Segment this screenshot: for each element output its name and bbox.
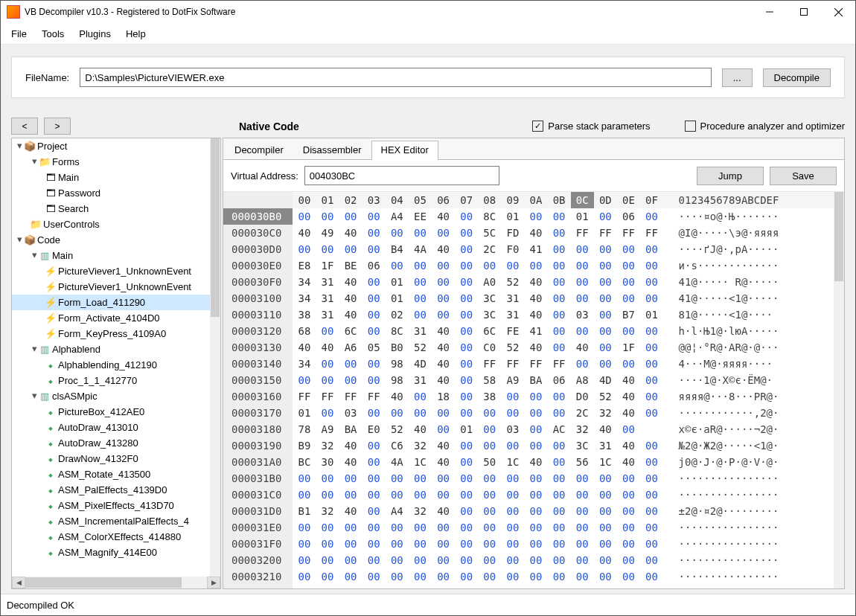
decompile-button[interactable]: Decompile: [763, 68, 831, 87]
filename-input[interactable]: [80, 68, 711, 87]
hex-row[interactable]: 000030E0E81FBE06000000000000000000000000…: [223, 257, 844, 274]
titlebar: VB Decompiler v10.3 - Registered to DotF…: [1, 1, 855, 23]
hex-row[interactable]: 00003190B9324000C6324000000000003C314000…: [223, 437, 844, 454]
nav-row: < > Native Code ✓Parse stack parameters …: [1, 110, 855, 138]
tree-item[interactable]: ⬥AutoDraw_413280: [12, 435, 210, 451]
tree-item[interactable]: ▾▥clsASMpic: [12, 388, 210, 404]
tree-item[interactable]: ⬥ASM_PalEffects_4139D0: [12, 482, 210, 498]
hex-row[interactable]: 0000320000000000000000000000000000000000…: [223, 552, 844, 568]
close-button[interactable]: [821, 1, 855, 23]
tree-hscrollbar[interactable]: ◀▶: [12, 577, 220, 588]
window-title: VB Decompiler v10.3 - Registered to DotF…: [25, 7, 753, 17]
jump-button[interactable]: Jump: [697, 167, 764, 185]
tree-item[interactable]: ▾📁Forms: [12, 154, 210, 170]
svg-rect-1: [801, 9, 808, 16]
tab-decompiler[interactable]: Decompiler: [225, 141, 293, 160]
hex-row[interactable]: 000030D000000000B44A40002CF0410000000000…: [223, 241, 844, 257]
hex-row[interactable]: 00003160FFFFFFFF4000180038000000D0524000…: [223, 388, 844, 405]
tree-item[interactable]: ⬥DrawNow_4132F0: [12, 451, 210, 466]
menu-tools[interactable]: Tools: [36, 27, 70, 41]
menu-plugins[interactable]: Plugins: [73, 27, 117, 41]
tree-item[interactable]: ⬥ASM_Magnify_414E00: [12, 545, 210, 560]
hex-editor: 000102030405060708090A0B0C0D0E0F01234567…: [223, 191, 844, 588]
tree-item[interactable]: ▾📦Project: [12, 138, 210, 154]
hex-row[interactable]: 0000312068006C008C3140006CFE410000000000…: [223, 323, 844, 339]
tree-item[interactable]: ⬥PictureBox_412AE0: [12, 404, 210, 420]
tree-item[interactable]: ⬥AutoDraw_413010: [12, 420, 210, 435]
app-icon: [7, 5, 20, 19]
hex-row[interactable]: 000030F03431400001000000A052400000000000…: [223, 274, 844, 290]
tree-item[interactable]: ⬥ASM_PixelEffects_413D70: [12, 498, 210, 513]
tree-item[interactable]: ⬥Proc_1_1_412770: [12, 373, 210, 388]
tree-item[interactable]: ▾📦Code: [12, 232, 210, 248]
virtual-address-input[interactable]: [304, 166, 500, 185]
code-type-label: Native Code: [239, 121, 299, 132]
tab-disassembler[interactable]: Disassembler: [293, 141, 371, 160]
tree-item[interactable]: ⬥ASM_IncrementalPalEffects_4: [12, 513, 210, 529]
hex-row[interactable]: 000031A0BC3040004A1C4000501C4000561C4000…: [223, 454, 844, 470]
optimizer-checkbox[interactable]: Procedure analyzer and optimizer: [685, 121, 845, 132]
hex-row[interactable]: 000031D0B1324000A43240000000000000000000…: [223, 503, 844, 519]
hex-row[interactable]: 000031F000000000000000000000000000000000…: [223, 536, 844, 552]
tree-item[interactable]: ⚡Form_KeyPress_4109A0: [12, 326, 210, 341]
hex-row[interactable]: 0000311038314000020000003C3140000300B701…: [223, 307, 844, 323]
menu-help[interactable]: Help: [120, 27, 152, 41]
tree-pane: ▾📦Project▾📁Forms🗔Main🗔Password🗔Search📁Us…: [11, 138, 221, 589]
tree-item[interactable]: ⬥ASM_ColorXEffects_414880: [12, 529, 210, 545]
hex-row[interactable]: 000030C040494000000000005CFD4000FFFFFFFF…: [223, 225, 844, 241]
menubar: FileToolsPluginsHelp: [1, 23, 855, 45]
hex-row[interactable]: 0000322000000000000000000000000000000000…: [223, 585, 844, 588]
content-pane: DecompilerDisassemblerHEX Editor Virtual…: [223, 138, 845, 589]
tabs: DecompilerDisassemblerHEX Editor: [223, 138, 844, 160]
hex-row[interactable]: 0000310034314000010000003C31400000000000…: [223, 290, 844, 307]
tree-item[interactable]: ⚡PictureViever1_UnknownEvent: [12, 279, 210, 295]
tree-item[interactable]: 🗔Password: [12, 185, 210, 201]
tree-item[interactable]: 🗔Main: [12, 170, 210, 185]
tree-vscrollbar[interactable]: [210, 138, 220, 577]
hex-row[interactable]: 0000321000000000000000000000000000000000…: [223, 568, 844, 585]
minimize-button[interactable]: [753, 1, 787, 23]
hex-row[interactable]: 000031304040A605B0524000C052400040001F00…: [223, 339, 844, 356]
app-window: VB Decompiler v10.3 - Registered to DotF…: [0, 0, 856, 616]
tree-item[interactable]: ▾▥Main: [12, 248, 210, 263]
back-button[interactable]: <: [11, 118, 38, 135]
toolbar: FileName: ... Decompile: [1, 45, 855, 110]
hex-row[interactable]: 000031E000000000000000000000000000000000…: [223, 519, 844, 536]
hex-row[interactable]: 00003150000000009831400058A9BA06A84D4000…: [223, 372, 844, 388]
tree-item[interactable]: 📁UserControls: [12, 216, 210, 232]
hex-row[interactable]: 000031700100030000000000000000002C324000…: [223, 405, 844, 421]
filename-label: FileName:: [25, 72, 69, 83]
browse-button[interactable]: ...: [722, 68, 753, 87]
tree-item[interactable]: ⚡Form_Load_411290: [12, 295, 210, 310]
parse-stack-checkbox[interactable]: ✓Parse stack parameters: [532, 121, 650, 132]
hex-row[interactable]: 0000314034000000984D4000FFFFFFFF00000000…: [223, 356, 844, 372]
hex-row[interactable]: 0000318078A9BAE052400001000300AC324000x©…: [223, 421, 844, 437]
forward-button[interactable]: >: [44, 118, 71, 135]
hex-row[interactable]: 000031C000000000000000000000000000000000…: [223, 487, 844, 503]
hex-row[interactable]: 000030B000000000A4EE40008C01000001000600…: [223, 208, 844, 225]
save-button[interactable]: Save: [770, 167, 837, 185]
status-bar: Decompiled OK: [1, 594, 855, 615]
tree-item[interactable]: ▾▥Alphablend: [12, 341, 210, 357]
tree-item[interactable]: ⚡PictureViever1_UnknownEvent: [12, 263, 210, 279]
project-tree: ▾📦Project▾📁Forms🗔Main🗔Password🗔Search📁Us…: [12, 138, 220, 577]
hex-vscrollbar[interactable]: [834, 192, 844, 588]
tree-item[interactable]: ⚡Form_Activate_4104D0: [12, 310, 210, 326]
tree-item[interactable]: ⬥ASM_Rotate_413500: [12, 466, 210, 482]
virtual-address-label: Virtual Address:: [231, 170, 298, 182]
menu-file[interactable]: File: [5, 27, 33, 41]
tab-hex-editor[interactable]: HEX Editor: [371, 141, 438, 160]
tree-item[interactable]: 🗔Search: [12, 201, 210, 216]
maximize-button[interactable]: [787, 1, 821, 23]
tree-item[interactable]: ⬥Alphablending_412190: [12, 357, 210, 373]
hex-row[interactable]: 000031B000000000000000000000000000000000…: [223, 470, 844, 487]
